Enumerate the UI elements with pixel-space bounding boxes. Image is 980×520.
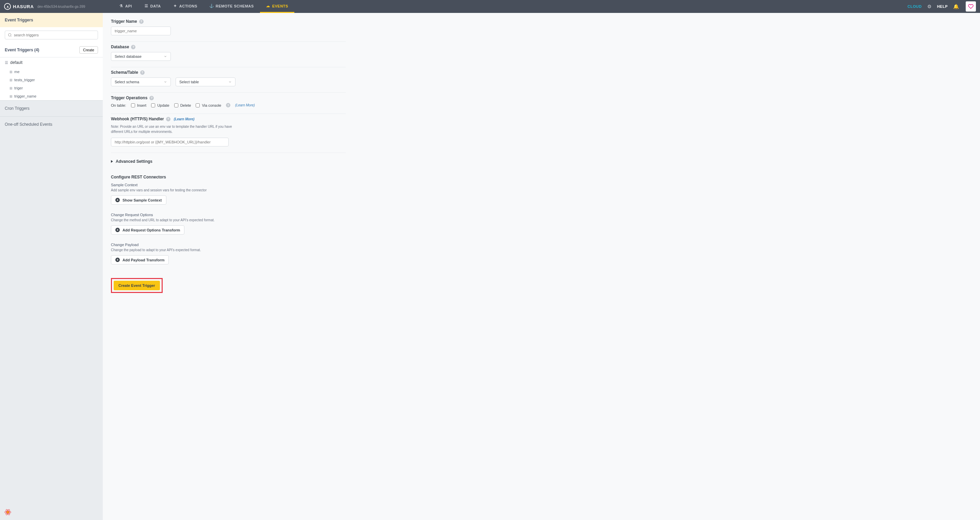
tab-label: API xyxy=(125,4,132,8)
section-webhook: Webhook (HTTP/S) Handler ? (Learn More) … xyxy=(111,114,346,153)
table-icon: ⊞ xyxy=(10,70,12,74)
sidebar-trigger-me[interactable]: ⊞ me xyxy=(0,68,103,76)
trigger-name-label: Trigger Name xyxy=(111,19,137,24)
flask-icon: ⚗ xyxy=(119,4,123,8)
payload-label: Change Payload xyxy=(111,243,346,247)
top-nav: HASURA dev-45bc534-krushanfix-gs-399 ⚗ A… xyxy=(0,0,980,13)
learn-more-link[interactable]: (Learn More) xyxy=(174,117,195,121)
create-trigger-button[interactable]: Create xyxy=(79,46,98,54)
insert-checkbox[interactable] xyxy=(131,103,135,108)
database-select[interactable]: Select database xyxy=(111,52,171,61)
section-trigger-name: Trigger Name ? xyxy=(111,16,346,42)
sidebar-oneoff-events[interactable]: One-off Scheduled Events xyxy=(0,117,103,132)
nav-right: CLOUD ⚙ HELP 🔔 xyxy=(907,2,976,11)
section-operations: Trigger Operations ? On table: Insert Up… xyxy=(111,93,346,114)
advanced-settings-toggle[interactable]: Advanced Settings xyxy=(111,153,972,170)
help-icon[interactable]: ? xyxy=(150,96,154,100)
tab-label: REMOTE SCHEMAS xyxy=(216,4,254,8)
database-icon: ☰ xyxy=(144,4,148,8)
rest-title: Configure REST Connectors xyxy=(111,175,346,179)
trigger-label: trigger_name xyxy=(14,94,37,98)
gear-icon[interactable]: ⚙ xyxy=(927,4,932,9)
table-icon: ⊞ xyxy=(10,78,12,82)
payload-desc: Change the payload to adapt to your API'… xyxy=(111,248,346,252)
plus-icon: + xyxy=(115,258,120,262)
sidebar-cron-triggers[interactable]: Cron Triggers xyxy=(0,101,103,116)
insert-checkbox-label[interactable]: Insert xyxy=(131,103,147,108)
help-icon[interactable]: ? xyxy=(166,117,170,121)
heart-button[interactable] xyxy=(966,2,976,11)
tab-events[interactable]: ☁ EVENTS xyxy=(260,0,294,13)
sidebar-event-triggers-header[interactable]: Event Triggers xyxy=(0,13,103,27)
help-link[interactable]: HELP xyxy=(937,5,948,8)
webhook-label: Webhook (HTTP/S) Handler xyxy=(111,117,164,121)
database-label: Database xyxy=(111,44,129,49)
tab-data[interactable]: ☰ DATA xyxy=(138,0,167,13)
trigger-label: me xyxy=(14,70,19,74)
on-table-label: On table: xyxy=(111,103,126,108)
learn-more-link[interactable]: (Learn More) xyxy=(235,103,255,107)
help-icon[interactable]: ? xyxy=(131,45,135,49)
bell-icon[interactable]: 🔔 xyxy=(953,4,959,9)
help-icon[interactable]: ? xyxy=(140,70,145,75)
section-rest-connectors: Configure REST Connectors Sample Context… xyxy=(111,170,346,271)
show-sample-context-button[interactable]: + Show Sample Context xyxy=(111,195,166,205)
add-request-options-button[interactable]: + Add Request Options Transform xyxy=(111,225,185,235)
help-icon[interactable]: ? xyxy=(139,19,143,24)
webhook-input[interactable] xyxy=(111,138,229,146)
sidebar-count-row: Event Triggers (4) Create xyxy=(0,43,103,57)
schema-select[interactable]: Select schema xyxy=(111,78,171,86)
sample-context-desc: Add sample env vars and session vars for… xyxy=(111,188,346,192)
hasura-logo-icon xyxy=(4,3,11,10)
triggers-count: Event Triggers (4) xyxy=(5,48,39,52)
delete-checkbox-label[interactable]: Delete xyxy=(174,103,191,108)
help-icon[interactable]: ? xyxy=(226,103,231,108)
tab-api[interactable]: ⚗ API xyxy=(113,0,138,13)
main-content: Trigger Name ? Database ? Select databas… xyxy=(103,13,980,520)
cloud-icon: ☁ xyxy=(266,4,270,8)
sidebar-trigger-tests[interactable]: ⊞ tests_trigger xyxy=(0,76,103,84)
advanced-label: Advanced Settings xyxy=(116,159,153,164)
webhook-note: Note: Provide an URL or use an env var t… xyxy=(111,124,234,134)
database-icon: ☰ xyxy=(5,60,8,65)
via-console-checkbox-label[interactable]: Via console xyxy=(196,103,221,108)
plug-icon: ⚓ xyxy=(210,4,214,8)
update-checkbox-label[interactable]: Update xyxy=(151,103,169,108)
table-icon: ⊞ xyxy=(10,86,12,90)
create-event-trigger-button[interactable]: Create Event Trigger xyxy=(114,281,160,290)
tab-label: EVENTS xyxy=(272,4,288,8)
submit-highlight: Create Event Trigger xyxy=(111,278,163,293)
svg-point-0 xyxy=(7,511,9,513)
add-payload-transform-button[interactable]: + Add Payload Transform xyxy=(111,255,169,265)
sidebar: Event Triggers Event Triggers (4) Create… xyxy=(0,13,103,520)
delete-checkbox[interactable] xyxy=(174,103,178,108)
operations-label: Trigger Operations xyxy=(111,95,147,100)
bolt-icon: ✦ xyxy=(173,4,177,8)
chevron-right-icon xyxy=(111,160,113,163)
react-query-devtools-icon[interactable] xyxy=(3,508,12,517)
brand-name: HASURA xyxy=(13,4,34,9)
db-name: default xyxy=(10,60,22,65)
cloud-link[interactable]: CLOUD xyxy=(907,5,922,8)
section-database: Database ? Select database xyxy=(111,42,346,67)
tab-remote-schemas[interactable]: ⚓ REMOTE SCHEMAS xyxy=(204,0,260,13)
table-icon: ⊞ xyxy=(10,95,12,98)
section-schema-table: Schema/Table ? Select schema Select tabl… xyxy=(111,67,346,93)
sample-context-label: Sample Context xyxy=(111,183,346,187)
via-console-checkbox[interactable] xyxy=(196,103,200,108)
request-options-label: Change Request Options xyxy=(111,213,346,217)
project-name: dev-45bc534-krushanfix-gs-399 xyxy=(37,5,86,8)
tab-actions[interactable]: ✦ ACTIONS xyxy=(167,0,204,13)
update-checkbox[interactable] xyxy=(151,103,155,108)
db-default[interactable]: ☰ default xyxy=(0,57,103,68)
plus-icon: + xyxy=(115,198,120,202)
logo-section: HASURA dev-45bc534-krushanfix-gs-399 xyxy=(4,3,106,10)
table-select[interactable]: Select table xyxy=(176,78,235,86)
tab-label: ACTIONS xyxy=(179,4,197,8)
search-input[interactable] xyxy=(5,30,98,40)
trigger-label: tests_trigger xyxy=(14,78,35,82)
tab-label: DATA xyxy=(150,4,161,8)
sidebar-trigger-trigger-name[interactable]: ⊞ trigger_name xyxy=(0,92,103,100)
sidebar-trigger-triger[interactable]: ⊞ triger xyxy=(0,84,103,92)
trigger-name-input[interactable] xyxy=(111,27,171,35)
